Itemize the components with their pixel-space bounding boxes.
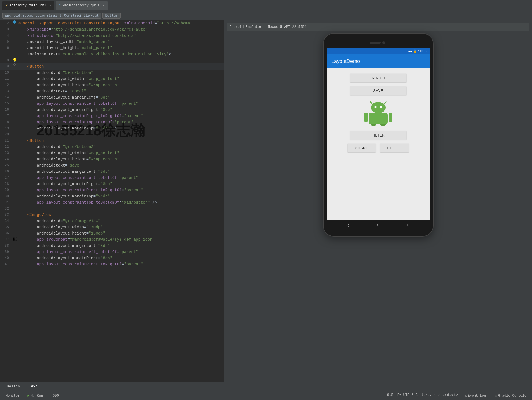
code-line-41: 41 app:layout_constraintRight_toRightOf=… (0, 261, 224, 267)
share-button[interactable]: SHARE (348, 144, 376, 152)
status-right-section: 9:5 LF÷ UTF-8 Context: <no context> ⚠ Ev… (387, 393, 529, 398)
monitor-label: Monitor (6, 394, 20, 398)
code-line-7: 7 tools:context="com.example.xuzhihan.la… (0, 51, 224, 57)
run-label: 4: Run (31, 394, 43, 398)
gradle-icon: ⊞ (495, 394, 497, 398)
phone-speaker (370, 42, 381, 44)
tab-label-java: MainActivity.java (62, 3, 100, 8)
code-line-35: 35 android:layout_width="170dp" (0, 224, 224, 230)
code-line-6: 6 android:layout_height="match_parent" (0, 45, 224, 51)
emulator-panel: Android Emulator - Nexus_5_API_22:5554 ▲… (224, 20, 532, 382)
position-info: 9:5 LF÷ UTF-8 Context: <no context> (387, 393, 458, 398)
breakpoint-circle[interactable] (13, 20, 16, 24)
code-line-33: 33 <ImageView (0, 212, 224, 218)
breadcrumb-bar: android.support.constraint.ConstraintLay… (0, 11, 532, 20)
tab-activity-xml[interactable]: X activity_main.xml ✕ (2, 1, 54, 10)
phone-status-bar: ▲▲ 🔒 10:35 (327, 48, 430, 54)
app-toolbar: LayoutDemo (327, 54, 430, 68)
emulator-title-bar: Android Emulator - Nexus_5_API_22:5554 (227, 23, 529, 31)
delete-button[interactable]: DELETE (380, 144, 409, 152)
code-line-14: 14 android:layout_marginLeft="8dp" (0, 94, 224, 101)
run-button[interactable]: ▶ 4: Run (25, 393, 45, 398)
code-line-26: 26 android:layout_marginLeft="8dp" (0, 169, 224, 175)
tab-close-java[interactable]: ✕ (102, 4, 104, 7)
code-line-27: 27 app:layout_constraintLeft_toLeftOf="p… (0, 175, 224, 181)
phone-screen: LayoutDemo CANCEL SAVE (327, 54, 430, 220)
code-line-13: 13 android:text="Cancel" (0, 88, 224, 94)
code-lines: 2 <android.support.constraint.Constraint… (0, 20, 224, 267)
code-line-4: 4 xmlns:tools="http://schemas.android.co… (0, 33, 224, 39)
filter-button[interactable]: FILTER (350, 131, 406, 140)
bulb-icon[interactable]: 💡 (12, 57, 17, 63)
code-line-5: 5 android:layout_width="match_parent" (0, 39, 224, 45)
monitor-button[interactable]: Monitor (3, 393, 22, 398)
code-line-24: 24 android:layout_height="wrap_content" (0, 156, 224, 162)
save-button[interactable]: SAVE (350, 86, 406, 95)
code-line-23: 23 android:layout_width="wrap_content" (0, 150, 224, 156)
code-line-36: 36 android:layout_height="130dp" (0, 230, 224, 237)
tab-design[interactable]: Design (2, 382, 24, 391)
run-icon: ▶ (27, 394, 29, 398)
gradle-console-label: Gradle Console (498, 394, 526, 398)
app-title: LayoutDemo (331, 58, 360, 64)
code-line-25: 25 android:text="save" (0, 162, 224, 169)
code-line-37: 37 🖼 app:srcCompat="@android:drawable/sy… (0, 237, 224, 243)
android-robot-image (360, 99, 396, 127)
code-line-12: 12 android:layout_height="wrap_content" (0, 82, 224, 88)
code-line-22: 22 android:id="@+id/button2" (0, 144, 224, 150)
breadcrumb-constraint-layout[interactable]: android.support.constraint.ConstraintLay… (2, 13, 101, 19)
code-line-39: 39 app:layout_constraintLeft_toLeftOf="p… (0, 249, 224, 255)
breadcrumb-button[interactable]: Button (102, 13, 121, 19)
svg-rect-5 (369, 113, 388, 124)
code-line-28: 28 android:layout_marginRight="8dp" (0, 181, 224, 187)
gradle-console-button[interactable]: ⊞ Gradle Console (493, 393, 529, 398)
todo-button[interactable]: TODO (49, 393, 61, 398)
android-robot-svg (361, 100, 395, 126)
warning-icon: ⚠ (465, 394, 467, 398)
code-line-17: 17 app:layout_constraintRight_toRightOf=… (0, 113, 224, 119)
cancel-button[interactable]: CANCEL (350, 74, 406, 82)
signal-icon: ▲▲ (408, 49, 412, 53)
svg-point-3 (375, 106, 377, 108)
home-nav-button[interactable]: ○ (377, 223, 380, 228)
code-line-40: 40 android:layout_marginRight="8dp" (0, 255, 224, 261)
gutter-dot-9 (13, 63, 16, 66)
code-line-20: 20 (0, 131, 224, 138)
status-icons: ▲▲ 🔒 10:35 (408, 49, 427, 53)
code-line-15: 15 app:layout_constraintLeft_toLeftOf="p… (0, 101, 224, 107)
java-icon: C (59, 4, 61, 7)
code-line-11: 11 android:layout_width="wrap_content" (0, 76, 224, 82)
ide-tab-bar: X activity_main.xml ✕ C MainActivity.jav… (0, 0, 532, 11)
code-line-38: 38 android:layout_marginLeft="8dp" (0, 243, 224, 249)
code-line-29: 29 app:layout_constraintRight_toRightOf=… (0, 187, 224, 193)
code-line-10: 10 android:id="@+id/button" (0, 70, 224, 76)
tab-text[interactable]: Text (24, 382, 42, 391)
code-editor[interactable]: 2 <android.support.constraint.Constraint… (0, 20, 224, 382)
tab-close-xml[interactable]: ✕ (49, 4, 51, 7)
svg-rect-6 (364, 113, 368, 122)
phone-nav-bar: ◁ ○ □ (327, 220, 430, 231)
code-line-32: 32 (0, 206, 224, 212)
svg-rect-7 (389, 113, 392, 122)
emulator-title: Android Emulator - Nexus_5_API_22:5554 (230, 25, 306, 29)
xml-icon: X (6, 4, 8, 7)
code-line-2: 2 <android.support.constraint.Constraint… (0, 20, 224, 26)
event-log-button[interactable]: ⚠ Event Log (462, 393, 488, 398)
recents-nav-button[interactable]: □ (407, 223, 410, 228)
clock: 10:35 (418, 49, 427, 53)
tab-mainactivity-java[interactable]: C MainActivity.java ✕ (56, 1, 108, 10)
svg-rect-9 (380, 124, 386, 126)
code-line-8: 8 💡 (0, 57, 224, 63)
tab-label-xml: activity_main.xml (9, 3, 47, 8)
code-line-34: 34 android:id="@+id/imageView" (0, 218, 224, 224)
back-nav-button[interactable]: ◁ (347, 222, 349, 228)
battery-icon: 🔒 (413, 49, 417, 53)
code-line-21: 21 <Button (0, 138, 224, 144)
todo-label: TODO (51, 394, 59, 398)
share-delete-row: SHARE DELETE (348, 144, 409, 152)
code-line-9: 9 <Button (0, 63, 224, 70)
svg-point-4 (380, 106, 382, 108)
bottom-tabs-bar: Design Text (0, 382, 532, 391)
code-line-16: 16 android:layout_marginRight="8dp" (0, 107, 224, 113)
code-line-19: 19 android:layout_marginTop="71dp" /> (0, 125, 224, 131)
